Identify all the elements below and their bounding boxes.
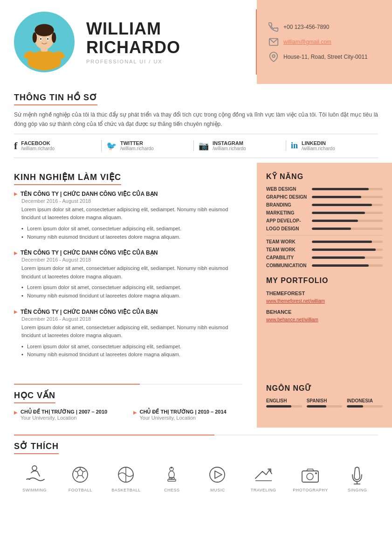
svg-line-24 [75, 471, 77, 472]
portfolio-title: MY PORTFOLIO [266, 276, 383, 285]
exp-bullet-2-2: Nonumy nibh euismod tincidunt ut laoreet… [21, 292, 243, 300]
exp-bullets-1: Lorem ipsum dolor sit amet, consectetuer… [21, 225, 243, 241]
facebook-handle: /william.richardo [21, 146, 55, 151]
svg-point-16 [272, 55, 275, 57]
skill-graphic-design: GRAPHIC DESIGN [266, 194, 383, 200]
exp-bullet-3-2: Nonumy nibh euismod tincidunt ut laoreet… [21, 351, 243, 359]
exp-desc-1: Lorem ipsum dolor sit amet, consectetuer… [21, 206, 243, 222]
edu-divider [14, 384, 243, 385]
exp-bullet-2-1: Lorem ipsum dolor sit amet, consectetuer… [21, 283, 243, 292]
email-address[interactable]: william@gmail.com [283, 39, 331, 45]
linkedin-handle: /william.richardo [302, 146, 335, 151]
language-items: ENGLISH SPANISH INDONESIA [266, 398, 383, 408]
hobbies-section: SỞ THÍCH SWIMMING [0, 428, 392, 502]
exp-item-2: ▶ TÊN CÔNG TY | CHỨC DANH CÔNG VIỆC CỦA … [14, 249, 243, 300]
skill-name-4: MARKETING [266, 210, 308, 215]
lang-name-2: SPANISH [307, 398, 343, 403]
facebook-label: FACEBOOK [21, 140, 55, 146]
bottom-row: HỌC VẤN ▶ CHỦ ĐỀ THỊ TRƯỜNG | 2007 – 201… [0, 377, 392, 428]
svg-line-23 [76, 476, 78, 478]
edu-item-1: ▶ CHỦ ĐỀ THỊ TRƯỜNG | 2007 – 2010 Your U… [14, 409, 124, 421]
svg-point-6 [52, 32, 56, 43]
lang-name-3: INDONESIA [347, 398, 383, 403]
phone-icon [268, 22, 279, 32]
education-section: HỌC VẤN ▶ CHỦ ĐỀ THỊ TRƯỜNG | 2007 – 201… [0, 377, 257, 428]
skill-soft-name-3: CAPABILITY [266, 255, 308, 260]
facebook-icon: f [14, 140, 17, 152]
twitter-handle: /william.richardo [120, 146, 154, 151]
skill-soft-bar-2 [312, 249, 383, 251]
education-grid: ▶ CHỦ ĐỀ THỊ TRƯỜNG | 2007 – 2010 Your U… [14, 409, 243, 421]
skill-soft-name-2: TEAM WORK [266, 247, 308, 252]
skill-web-design: WEB DESIGN [266, 187, 383, 192]
lang-bar-2 [307, 405, 343, 408]
lang-fill-2 [307, 405, 326, 408]
header: WILLIAM RICHARDO PROFESSIONAL UI / UX +0… [0, 0, 392, 84]
hobby-label-music: MUSIC [210, 488, 225, 492]
edu-title-1: CHỦ ĐỀ THỊ TRƯỜNG | 2007 – 2010 [21, 409, 107, 415]
skill-bar-1 [312, 188, 383, 190]
hobby-music: MUSIC [201, 464, 234, 492]
profile-title: THÔNG TIN HỒ SƠ [14, 92, 97, 105]
skill-name-6: LOGO DESIGN [266, 226, 308, 231]
resume: WILLIAM RICHARDO PROFESSIONAL UI / UX +0… [0, 0, 392, 546]
portfolio-link-1[interactable]: www.themeforest.net/william [266, 298, 325, 304]
social-twitter: 🐦 TWITTER /william.richardo [102, 140, 194, 151]
exp-company-1: TÊN CÔNG TY | CHỨC DANH CÔNG VIỆC CỦA BẠ… [21, 191, 158, 197]
exp-desc-3: Lorem ipsum dolor sit amet, consectetuer… [21, 324, 243, 340]
hobbies-title: SỞ THÍCH [14, 441, 59, 454]
exp-bullets-2: Lorem ipsum dolor sit amet, consectetuer… [21, 283, 243, 300]
exp-arrow-2: ▶ [14, 250, 18, 256]
chess-icon [161, 464, 182, 485]
hobby-label-chess: CHESS [164, 488, 180, 492]
social-instagram: 📷 INSTAGRAM /william.richardo [194, 140, 286, 151]
skill-marketing: MARKETING [266, 210, 383, 215]
hobby-label-swimming: SWIMMING [22, 488, 47, 492]
hobby-chess: CHESS [156, 464, 188, 492]
photography-icon [300, 464, 321, 485]
skill-teamwork-1: TEAM WORK [266, 239, 383, 244]
portfolio-link-2[interactable]: www.behance.net/william [266, 317, 318, 322]
name-block: WILLIAM RICHARDO PROFESSIONAL UI / UX [86, 20, 180, 64]
svg-point-10 [47, 38, 48, 40]
svg-point-9 [40, 38, 41, 40]
skill-soft-fill-1 [312, 241, 372, 243]
full-name: WILLIAM RICHARDO [86, 20, 180, 56]
profile-text: Sứ mệnh nghề nghiệp của tôi là thúc đẩy … [14, 110, 378, 129]
hobby-traveling: TRAVELING [247, 464, 280, 492]
social-linkedin: in LINKEDIN /william.richardo [286, 140, 378, 151]
hobby-singing: SINGING [341, 464, 374, 492]
hobby-swimming: SWIMMING [18, 464, 51, 492]
lang-indonesia: INDONESIA [347, 398, 383, 408]
skill-fill-5 [312, 220, 358, 222]
main-content: KINH NGHIỆM LÀM VIỆC ▶ TÊN CÔNG TY | CHỨ… [0, 163, 392, 377]
right-column: KỸ NĂNG WEB DESIGN GRAPHIC DESIGN BRANDI [257, 163, 392, 377]
social-facebook: f FACEBOOK /william.richardo [14, 140, 102, 152]
exp-desc-2: Lorem ipsum dolor sit amet, consectetuer… [21, 264, 243, 281]
edu-title-2: CHỦ ĐỀ THỊ TRƯỜNG | 2010 – 2014 [140, 409, 227, 415]
skill-fill-1 [312, 188, 369, 190]
address-text: House-11, Road, Street City-0011 [283, 54, 368, 60]
exp-item-1: ▶ TÊN CÔNG TY | CHỨC DANH CÔNG VIỆC CỦA … [14, 191, 243, 241]
lang-bar-3 [347, 405, 383, 408]
skill-logo-design: LOGO DESIGN [266, 226, 383, 231]
hobby-label-photography: PHOTOGRAPHY [293, 488, 328, 492]
svg-point-37 [307, 473, 313, 480]
phone-number: +00 123-456-7890 [283, 24, 329, 30]
skill-soft-fill-2 [312, 249, 376, 251]
lang-name-1: ENGLISH [266, 398, 302, 403]
lang-bar-1 [266, 405, 302, 408]
skill-soft-fill-3 [312, 256, 365, 259]
skill-bar-2 [312, 196, 383, 198]
skills-title: KỸ NĂNG [266, 172, 383, 181]
hobbies-grid: SWIMMING FOOTBALL [14, 464, 378, 492]
skill-soft-fill-4 [312, 264, 369, 267]
swimming-icon [24, 464, 45, 485]
skill-capability: CAPABILITY [266, 255, 383, 260]
soft-skills: TEAM WORK TEAM WORK CAPABILITY [266, 239, 383, 268]
traveling-icon [253, 464, 274, 485]
skill-communication: COMMUNICATION [266, 263, 383, 268]
contact-phone: +00 123-456-7890 [268, 22, 380, 32]
exp-item-3: ▶ TÊN CÔNG TY | CHỨC DANH CÔNG VIỆC CỦA … [14, 309, 243, 359]
svg-point-5 [33, 32, 37, 43]
